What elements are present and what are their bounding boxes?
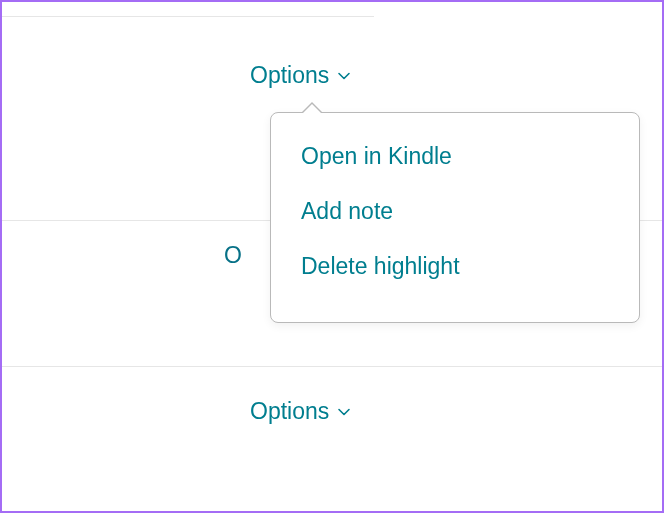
menu-item-open-in-kindle[interactable]: Open in Kindle <box>271 129 639 184</box>
options-label: Options <box>250 62 329 89</box>
options-label: Options <box>250 398 329 425</box>
obscured-text-fragment: O <box>224 242 242 269</box>
menu-item-delete-highlight[interactable]: Delete highlight <box>271 239 639 294</box>
options-dropdown-trigger[interactable]: Options <box>250 398 351 425</box>
options-popover: Open in Kindle Add note Delete highlight <box>270 112 640 323</box>
menu-item-label: Open in Kindle <box>301 143 452 169</box>
chevron-down-icon <box>337 405 351 419</box>
menu-item-label: Add note <box>301 198 393 224</box>
menu-item-add-note[interactable]: Add note <box>271 184 639 239</box>
section-divider <box>2 366 662 367</box>
chevron-down-icon <box>337 69 351 83</box>
options-dropdown-trigger[interactable]: Options <box>250 62 351 89</box>
section-divider <box>2 16 374 17</box>
menu-item-label: Delete highlight <box>301 253 460 279</box>
